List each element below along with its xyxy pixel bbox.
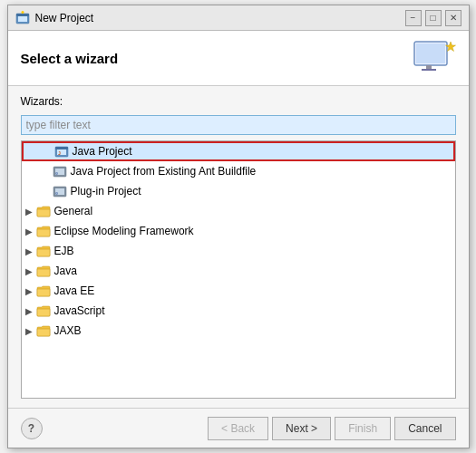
- folder-icon: [36, 224, 51, 238]
- wizard-graphic: [413, 40, 456, 76]
- folder-icon: [36, 204, 51, 218]
- tree-item-eclipse-modeling[interactable]: ▶ Eclipse Modeling Framework: [22, 221, 455, 241]
- maximize-button[interactable]: □: [425, 10, 442, 26]
- header-area: Select a wizard: [8, 31, 469, 86]
- title-bar-controls: − □ ✕: [405, 10, 461, 26]
- svg-rect-5: [416, 43, 445, 63]
- tree-item-label: Java Project from Existing Ant Buildfile: [71, 165, 257, 178]
- help-button[interactable]: ?: [21, 418, 43, 439]
- next-button[interactable]: Next >: [272, 417, 331, 440]
- svg-rect-2: [16, 14, 29, 16]
- folder-icon: [36, 244, 51, 258]
- expand-arrow[interactable]: ▶: [25, 207, 36, 217]
- tree-item-label: Eclipse Modeling Framework: [54, 225, 194, 237]
- minimize-button[interactable]: −: [405, 10, 422, 26]
- expand-arrow[interactable]: ▶: [25, 306, 36, 316]
- svg-rect-11: [55, 147, 68, 149]
- svg-point-3: [21, 11, 24, 14]
- title-bar: New Project − □ ✕: [8, 5, 469, 31]
- svg-rect-7: [422, 69, 436, 71]
- tree-item-label: Java: [54, 265, 77, 277]
- nav-buttons: < Back Next > Finish Cancel: [208, 417, 455, 440]
- expand-arrow[interactable]: ▶: [25, 326, 36, 336]
- tree-item-java[interactable]: ▶ Java: [22, 261, 455, 281]
- tree-item-general[interactable]: ▶ General: [22, 201, 455, 221]
- expand-arrow[interactable]: ▶: [25, 226, 36, 236]
- button-bar: ? < Back Next > Finish Cancel: [8, 408, 469, 448]
- folder-icon: [36, 284, 51, 298]
- new-project-dialog: New Project − □ ✕ Select a wizard Wizard…: [7, 5, 470, 448]
- tree-item-plugin-project[interactable]: ⚙ Plug-in Project: [22, 181, 455, 201]
- tree-item-java-project-ant[interactable]: ⚙ Java Project from Existing Ant Buildfi…: [22, 161, 455, 181]
- tree-item-label: Java Project: [73, 145, 132, 158]
- tree-item-label: JAXB: [54, 324, 82, 337]
- dialog-icon: [15, 11, 30, 25]
- tree-item-label: Plug-in Project: [71, 185, 141, 198]
- gear-icon: ⚙: [53, 164, 67, 178]
- tree-item-java-project[interactable]: J Java Project: [22, 141, 455, 161]
- tree-item-ejb[interactable]: ▶ EJB: [22, 241, 455, 261]
- filter-input[interactable]: [21, 115, 456, 135]
- tree-item-jaxb[interactable]: ▶ JAXB: [22, 321, 455, 341]
- folder-icon: [36, 304, 51, 318]
- java-project-icon: J: [54, 144, 69, 159]
- tree-item-label: Java EE: [54, 284, 95, 297]
- folder-icon: [36, 323, 51, 338]
- wizard-icon: [413, 40, 456, 76]
- wizard-tree[interactable]: J Java Project ⚙ Java Project from Exist…: [21, 140, 456, 399]
- svg-text:J: J: [58, 150, 61, 156]
- title-bar-left: New Project: [15, 11, 94, 25]
- tree-item-java-ee[interactable]: ▶ Java EE: [22, 281, 455, 301]
- wizards-label: Wizards:: [21, 95, 456, 108]
- back-button[interactable]: < Back: [208, 417, 268, 440]
- tree-item-javascript[interactable]: ▶ JavaScript: [22, 301, 455, 321]
- svg-rect-6: [426, 65, 432, 69]
- gear-icon: ⚙: [53, 184, 67, 198]
- content-area: Wizards: J Java Project ⚙ Java Project f…: [8, 86, 469, 408]
- tree-item-label: EJB: [54, 245, 74, 257]
- tree-item-label: General: [54, 205, 93, 217]
- expand-arrow[interactable]: ▶: [25, 286, 36, 296]
- title-text: New Project: [35, 12, 94, 24]
- finish-button[interactable]: Finish: [335, 417, 391, 440]
- cancel-button[interactable]: Cancel: [394, 417, 455, 440]
- tree-item-label: JavaScript: [54, 304, 105, 317]
- svg-rect-1: [18, 15, 27, 22]
- folder-icon: [36, 264, 51, 278]
- svg-text:⚙: ⚙: [55, 170, 58, 176]
- expand-arrow[interactable]: ▶: [25, 266, 36, 276]
- expand-arrow[interactable]: ▶: [25, 246, 36, 256]
- close-button[interactable]: ✕: [445, 10, 461, 26]
- svg-text:⚙: ⚙: [55, 190, 58, 196]
- header-title: Select a wizard: [21, 51, 119, 66]
